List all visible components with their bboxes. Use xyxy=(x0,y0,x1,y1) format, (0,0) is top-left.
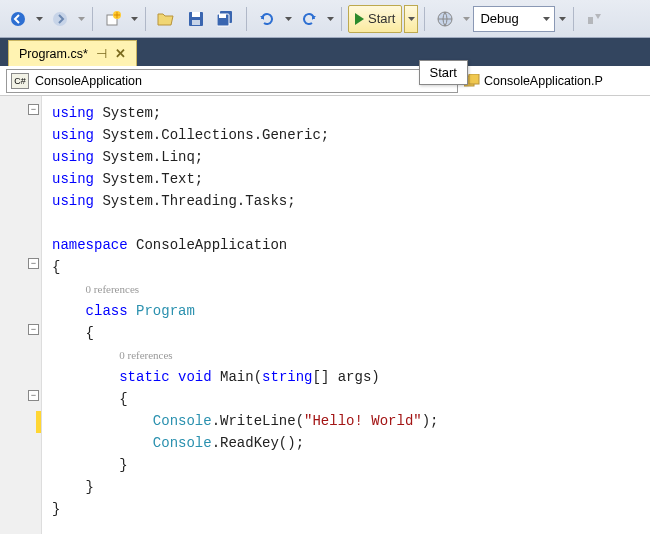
browser-button[interactable] xyxy=(431,5,459,33)
svg-rect-5 xyxy=(192,12,200,17)
separator xyxy=(341,7,342,31)
separator xyxy=(145,7,146,31)
redo-dropdown[interactable] xyxy=(325,17,335,21)
open-file-button[interactable] xyxy=(152,5,180,33)
undo-button[interactable] xyxy=(253,5,281,33)
tab-label: Program.cs* xyxy=(19,47,88,61)
separator xyxy=(424,7,425,31)
main-toolbar: Start Debug xyxy=(0,0,650,38)
svg-rect-6 xyxy=(192,20,200,25)
editor-gutter: − − − − xyxy=(0,96,42,534)
change-indicator xyxy=(36,411,41,433)
pin-icon[interactable]: ⊣ xyxy=(96,46,107,61)
step-button xyxy=(580,5,608,33)
config-value: Debug xyxy=(480,11,518,26)
fold-toggle[interactable]: − xyxy=(28,104,39,115)
separator xyxy=(92,7,93,31)
member-nav-dropdown[interactable]: ConsoleApplication.P xyxy=(464,69,644,93)
start-dropdown[interactable] xyxy=(404,5,418,33)
redo-button[interactable] xyxy=(295,5,323,33)
start-tooltip: Start xyxy=(419,60,468,85)
nav-back-dropdown[interactable] xyxy=(34,17,44,21)
new-project-button[interactable] xyxy=(99,5,127,33)
nav-forward-dropdown[interactable] xyxy=(76,17,86,21)
svg-point-0 xyxy=(11,12,25,26)
fold-toggle[interactable]: − xyxy=(28,390,39,401)
csharp-icon: C# xyxy=(11,73,29,89)
new-project-dropdown[interactable] xyxy=(129,17,139,21)
separator xyxy=(573,7,574,31)
tab-program-cs[interactable]: Program.cs* ⊣ ✕ xyxy=(8,40,137,66)
nav-back-button[interactable] xyxy=(4,5,32,33)
configuration-dropdown[interactable]: Debug xyxy=(473,6,555,32)
separator xyxy=(246,7,247,31)
document-tab-bar: Program.cs* ⊣ ✕ Start xyxy=(0,38,650,66)
start-label: Start xyxy=(368,11,395,26)
navigation-bar: C# ConsoleApplication ConsoleApplication… xyxy=(0,66,650,96)
code-area[interactable]: using System; using System.Collections.G… xyxy=(42,96,650,534)
svg-rect-11 xyxy=(588,17,593,24)
svg-point-1 xyxy=(53,12,67,26)
fold-toggle[interactable]: − xyxy=(28,324,39,335)
member-nav-value: ConsoleApplication.P xyxy=(484,74,603,88)
type-nav-dropdown[interactable]: C# ConsoleApplication xyxy=(6,69,458,93)
svg-rect-13 xyxy=(469,74,479,84)
nav-forward-button[interactable] xyxy=(46,5,74,33)
undo-dropdown[interactable] xyxy=(283,17,293,21)
save-button[interactable] xyxy=(182,5,210,33)
play-icon xyxy=(355,13,364,25)
code-editor[interactable]: − − − − using System; using System.Colle… xyxy=(0,96,650,534)
svg-rect-9 xyxy=(219,14,226,18)
start-button[interactable]: Start xyxy=(348,5,402,33)
close-icon[interactable]: ✕ xyxy=(115,46,126,61)
fold-toggle[interactable]: − xyxy=(28,258,39,269)
config-options-dropdown[interactable] xyxy=(557,17,567,21)
save-all-button[interactable] xyxy=(212,5,240,33)
type-nav-value: ConsoleApplication xyxy=(35,74,142,88)
browser-dropdown[interactable] xyxy=(461,17,471,21)
